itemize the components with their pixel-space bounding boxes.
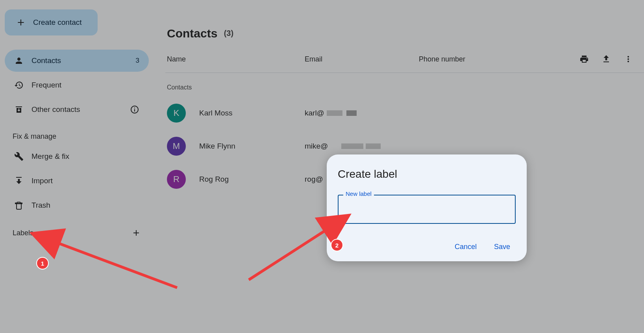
modal-scrim[interactable] — [0, 0, 644, 333]
dialog-title: Create label — [338, 168, 516, 180]
field-label: New label — [343, 190, 374, 197]
save-button[interactable]: Save — [494, 243, 510, 251]
label-field-wrap: New label — [338, 195, 516, 224]
create-label-dialog: Create label New label Cancel Save — [327, 154, 527, 261]
annotation-badge-2: 2 — [331, 240, 342, 251]
annotation-badge-1: 1 — [37, 258, 48, 269]
new-label-input[interactable] — [338, 195, 516, 224]
cancel-button[interactable]: Cancel — [455, 243, 477, 251]
dialog-actions: Cancel Save — [338, 243, 516, 251]
